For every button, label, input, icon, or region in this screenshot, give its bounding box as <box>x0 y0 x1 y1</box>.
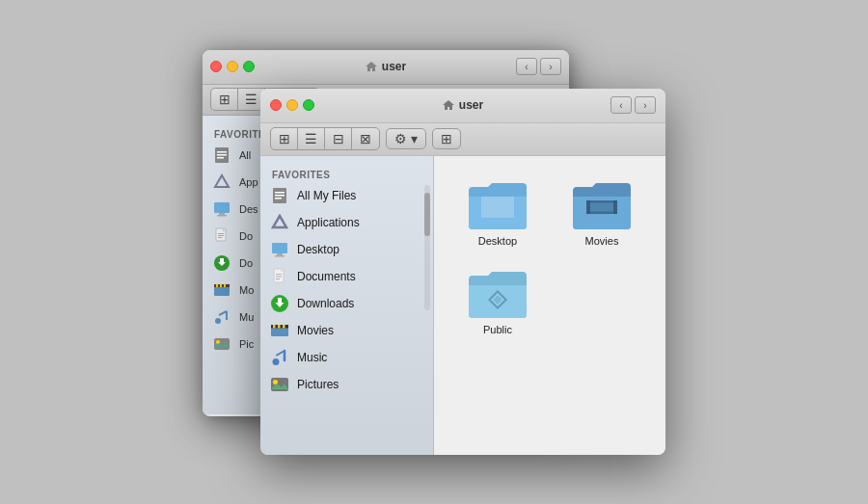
close-button-back[interactable] <box>210 61 222 72</box>
sidebar-label-downloads: Downloads <box>297 297 354 310</box>
svg-rect-33 <box>277 253 283 255</box>
downloads-svg <box>270 294 289 313</box>
icon-view-back[interactable]: ⊞ <box>211 89 238 110</box>
list-view-front[interactable]: ☰ <box>298 128 325 149</box>
svg-rect-23 <box>214 338 230 350</box>
svg-rect-47 <box>283 325 285 329</box>
svg-rect-52 <box>481 197 514 218</box>
front-nav-buttons: ‹ › <box>610 96 656 114</box>
svg-rect-11 <box>218 233 224 234</box>
title-bar-back: user ‹ › <box>203 50 569 85</box>
movies-icon <box>270 321 289 340</box>
movies-icon-back <box>212 280 231 300</box>
back-window-title-text: user <box>382 60 406 73</box>
sidebar-front: FAVORITES All My Files <box>260 156 434 455</box>
icon-view-front[interactable]: ⊞ <box>271 128 298 149</box>
back-nav-forward[interactable]: › <box>540 58 561 75</box>
folder-movies[interactable]: Movies <box>554 172 650 252</box>
sidebar-item-music[interactable]: Music <box>260 344 433 371</box>
back-item-label-7: Pic <box>239 338 254 350</box>
sidebar-item-documents[interactable]: Documents <box>260 263 433 290</box>
sidebar-item-applications[interactable]: Applications <box>260 209 433 236</box>
svg-rect-20 <box>220 284 222 287</box>
sidebar-section-front: FAVORITES <box>260 164 433 182</box>
svg-rect-6 <box>214 202 230 213</box>
movies-folder-label: Movies <box>585 235 619 247</box>
folder-public[interactable]: Public <box>449 260 546 341</box>
sidebar-label-applications: Applications <box>297 216 360 229</box>
downloads-icon-back <box>212 253 231 273</box>
svg-rect-19 <box>216 284 218 287</box>
sidebar-item-movies[interactable]: Movies <box>260 317 433 344</box>
svg-rect-12 <box>218 235 224 236</box>
downloads-icon <box>270 294 289 313</box>
svg-rect-3 <box>217 154 227 156</box>
column-view-front[interactable]: ⊟ <box>325 128 352 149</box>
folder-desktop[interactable]: Desktop <box>449 172 546 252</box>
svg-marker-5 <box>215 175 229 187</box>
svg-rect-21 <box>224 284 226 287</box>
scrollbar-track <box>424 185 430 310</box>
sidebar-label-music: Music <box>297 351 327 364</box>
doc-svg-back <box>213 227 231 245</box>
svg-rect-56 <box>586 200 617 203</box>
sidebar-item-desktop[interactable]: Desktop <box>260 236 433 263</box>
public-folder-icon <box>467 266 529 320</box>
gear-button-front[interactable]: ⚙ ▾ <box>386 128 426 149</box>
back-item-label-0: All <box>239 149 251 161</box>
toolbar-front: ⊞ ☰ ⊟ ⊠ ⚙ ▾ ⊞ <box>260 123 665 156</box>
sidebar-label-pictures: Pictures <box>297 378 339 391</box>
all-files-svg-back <box>213 146 231 164</box>
svg-rect-57 <box>586 211 617 214</box>
finder-container: user ‹ › ⊞ ☰ ⊟ ⊠ ⚙ ▾ ⊞ FAVORITES <box>203 50 665 455</box>
svg-rect-37 <box>276 274 282 275</box>
movies-svg <box>270 321 289 340</box>
all-files-svg <box>271 187 288 204</box>
traffic-lights-back <box>210 61 255 72</box>
svg-rect-38 <box>276 276 282 277</box>
svg-rect-7 <box>219 213 225 215</box>
main-content-front: Desktop Movies <box>434 156 665 455</box>
sidebar-item-all-my-files[interactable]: All My Files <box>260 182 433 209</box>
home-icon-back <box>365 60 378 73</box>
arrange-button-front[interactable]: ⊞ <box>432 128 461 149</box>
close-button-front[interactable] <box>270 99 282 111</box>
back-nav-buttons: ‹ › <box>516 58 561 75</box>
mov-svg-back <box>213 281 231 299</box>
home-icon-front <box>442 98 455 112</box>
all-my-files-icon <box>270 186 289 205</box>
music-icon-back <box>212 307 231 327</box>
back-item-label-6: Mu <box>239 311 254 323</box>
svg-rect-2 <box>217 151 227 153</box>
finder-window-front: user ‹ › ⊞ ☰ ⊟ ⊠ ⚙ ▾ ⊞ FAVORITES <box>260 89 665 455</box>
front-nav-forward[interactable]: › <box>635 96 656 114</box>
svg-rect-28 <box>275 192 285 194</box>
desktop-icon <box>270 240 289 259</box>
svg-point-22 <box>215 318 221 324</box>
pictures-icon <box>270 375 289 394</box>
back-nav-back[interactable]: ‹ <box>516 58 537 75</box>
svg-rect-4 <box>217 157 224 159</box>
cover-view-front[interactable]: ⊠ <box>352 128 379 149</box>
desktop-svg-back <box>213 200 231 218</box>
svg-rect-34 <box>275 255 285 257</box>
minimize-button-back[interactable] <box>227 61 238 72</box>
svg-rect-32 <box>272 243 287 253</box>
svg-rect-16 <box>220 258 224 263</box>
sidebar-label-documents: Documents <box>297 270 356 283</box>
maximize-button-back[interactable] <box>243 61 255 72</box>
app-svg-back <box>213 173 231 191</box>
maximize-button-front[interactable] <box>303 99 314 111</box>
svg-rect-30 <box>275 198 282 199</box>
scrollbar-thumb[interactable] <box>424 193 430 236</box>
svg-rect-45 <box>273 325 276 329</box>
desktop-folder-label: Desktop <box>478 235 517 247</box>
front-nav-back[interactable]: ‹ <box>610 96 632 114</box>
svg-rect-13 <box>218 237 222 238</box>
minimize-button-front[interactable] <box>286 99 298 111</box>
svg-rect-8 <box>217 215 227 217</box>
sidebar-item-pictures[interactable]: Pictures <box>260 371 433 398</box>
svg-rect-39 <box>276 279 280 279</box>
sidebar-item-downloads[interactable]: Downloads <box>260 290 433 317</box>
svg-rect-29 <box>275 195 285 197</box>
